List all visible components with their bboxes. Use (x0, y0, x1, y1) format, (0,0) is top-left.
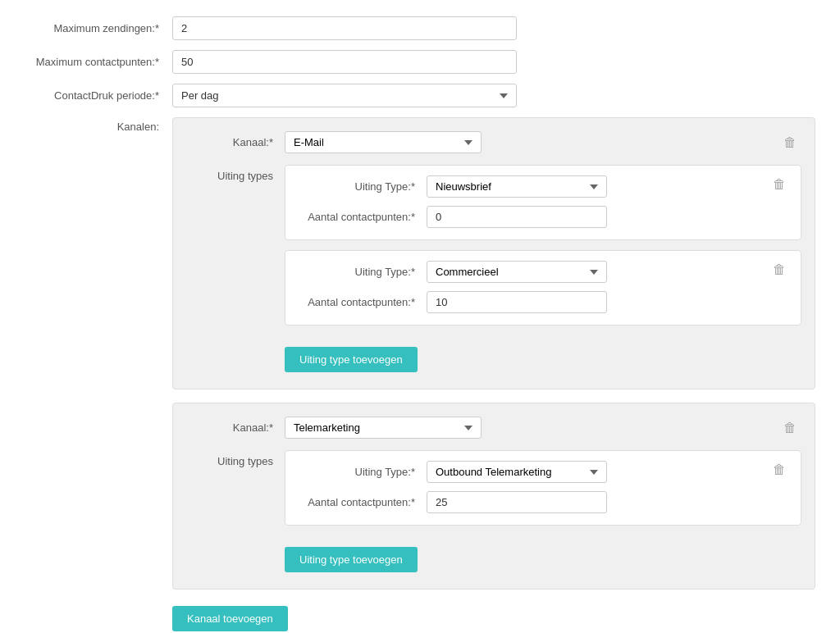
channel-1-kanaal-select[interactable]: E-Mail Telemarketing Direct Mail (285, 131, 482, 153)
max-zendingen-input[interactable] (172, 16, 517, 40)
uiting-2-1-type-row: Uiting Type:* Outbound Telemarketing Inb… (295, 461, 768, 483)
uiting-1-2-header: Uiting Type:* Nieuwsbrief Commercieel Tr… (295, 261, 791, 313)
channel-1-kanaal-row: Kanaal:* E-Mail Telemarketing Direct Mai… (186, 131, 801, 153)
uiting-1-1-aantal-row: Aantal contactpunten:* (295, 206, 768, 228)
uiting-2-1-aantal-input[interactable] (427, 491, 607, 513)
uiting-2-1-header: Uiting Type:* Outbound Telemarketing Inb… (295, 461, 791, 513)
kanalen-row: Kanalen: Kanaal:* E-Mail Telemarketing D… (25, 117, 815, 590)
channel-1-add-uiting-button[interactable]: Uiting type toevoegen (285, 347, 418, 372)
uiting-1-1-aantal-label: Aantal contactpunten:* (295, 211, 427, 223)
uiting-2-1-delete-button[interactable]: 🗑 (768, 461, 791, 479)
channel-1-uiting-label: Uiting types (186, 165, 285, 182)
trash-icon-channel-2: 🗑 (783, 421, 797, 435)
channel-2-uiting-row: Uiting types Uiting Type:* Outbound Tele… (186, 450, 801, 572)
uiting-2-1-content: Uiting Type:* Outbound Telemarketing Inb… (295, 461, 768, 513)
channel-2-add-uiting-button[interactable]: Uiting type toevoegen (285, 547, 418, 572)
uiting-1-2-type-label: Uiting Type:* (295, 266, 427, 278)
uiting-1-2-aantal-row: Aantal contactpunten:* (295, 291, 768, 313)
contactdruk-label: ContactDruk periode:* (25, 89, 172, 102)
contactdruk-row: ContactDruk periode:* Per dag Per week P… (25, 84, 815, 107)
channel-2-kanaal-row: Kanaal:* E-Mail Telemarketing Direct Mai… (186, 417, 801, 439)
uiting-1-1-type-select[interactable]: Nieuwsbrief Commercieel Transactioneel (427, 175, 607, 198)
add-kanaal-button[interactable]: Kanaal toevoegen (172, 606, 288, 631)
channel-panel-2: Kanaal:* E-Mail Telemarketing Direct Mai… (172, 403, 815, 590)
kanalen-label: Kanalen: (25, 117, 172, 133)
kanalen-panels: Kanaal:* E-Mail Telemarketing Direct Mai… (172, 117, 815, 590)
max-contactpunten-label: Maximum contactpunten:* (25, 56, 172, 68)
uiting-1-2-aantal-input[interactable] (427, 291, 607, 313)
trash-icon-channel-1: 🗑 (783, 135, 797, 149)
uiting-1-1-type-row: Uiting Type:* Nieuwsbrief Commercieel Tr… (295, 175, 768, 198)
trash-icon-uiting-2-1: 🗑 (773, 462, 786, 476)
uiting-panel-1-1: Uiting Type:* Nieuwsbrief Commercieel Tr… (285, 165, 801, 240)
max-contactpunten-input[interactable] (172, 50, 517, 74)
uiting-1-1-header: Uiting Type:* Nieuwsbrief Commercieel Tr… (295, 175, 791, 228)
channel-2-add-uiting-wrap: Uiting type toevoegen (285, 535, 801, 572)
uiting-2-1-aantal-label: Aantal contactpunten:* (295, 496, 427, 508)
channel-2-select-wrap: E-Mail Telemarketing Direct Mail (285, 417, 778, 439)
uiting-panel-1-2: Uiting Type:* Nieuwsbrief Commercieel Tr… (285, 250, 801, 326)
uiting-2-1-type-label: Uiting Type:* (295, 466, 427, 478)
channel-2-uiting-label: Uiting types (186, 450, 285, 467)
add-kanaal-wrap: Kanaal toevoegen (25, 599, 815, 631)
max-contactpunten-row: Maximum contactpunten:* (25, 50, 815, 74)
channel-1-uiting-row: Uiting types Uiting Type:* Nieuwsbrief C… (186, 165, 801, 372)
channel-2-uiting-panels: Uiting Type:* Outbound Telemarketing Inb… (285, 450, 801, 572)
uiting-panel-2-1: Uiting Type:* Outbound Telemarketing Inb… (285, 450, 801, 526)
uiting-2-1-type-select[interactable]: Outbound Telemarketing Inbound Telemarke… (427, 461, 607, 483)
trash-icon-uiting-1-2: 🗑 (773, 262, 786, 276)
uiting-1-1-aantal-input[interactable] (427, 206, 607, 228)
uiting-1-1-type-label: Uiting Type:* (295, 180, 427, 193)
uiting-1-2-delete-button[interactable]: 🗑 (768, 261, 791, 279)
channel-1-kanaal-label: Kanaal:* (186, 136, 285, 148)
uiting-1-2-type-row: Uiting Type:* Nieuwsbrief Commercieel Tr… (295, 261, 768, 283)
channel-2-delete-button[interactable]: 🗑 (778, 419, 801, 437)
max-zendingen-label: Maximum zendingen:* (25, 22, 172, 34)
channel-2-kanaal-label: Kanaal:* (186, 421, 285, 434)
channel-1-delete-button[interactable]: 🗑 (778, 134, 801, 152)
uiting-1-2-type-select[interactable]: Nieuwsbrief Commercieel Transactioneel (427, 261, 607, 283)
uiting-1-2-content: Uiting Type:* Nieuwsbrief Commercieel Tr… (295, 261, 768, 313)
channel-1-select-wrap: E-Mail Telemarketing Direct Mail (285, 131, 778, 153)
trash-icon-uiting-1-1: 🗑 (773, 177, 786, 191)
uiting-1-1-content: Uiting Type:* Nieuwsbrief Commercieel Tr… (295, 175, 768, 228)
channel-panel-1: Kanaal:* E-Mail Telemarketing Direct Mai… (172, 117, 815, 389)
max-zendingen-row: Maximum zendingen:* (25, 16, 815, 40)
uiting-1-1-delete-button[interactable]: 🗑 (768, 175, 791, 194)
channel-1-add-uiting-wrap: Uiting type toevoegen (285, 335, 801, 372)
contactdruk-select[interactable]: Per dag Per week Per maand (172, 84, 517, 107)
uiting-2-1-aantal-row: Aantal contactpunten:* (295, 491, 768, 513)
channel-2-kanaal-select[interactable]: E-Mail Telemarketing Direct Mail (285, 417, 482, 439)
uiting-1-2-aantal-label: Aantal contactpunten:* (295, 296, 427, 308)
channel-1-uiting-panels: Uiting Type:* Nieuwsbrief Commercieel Tr… (285, 165, 801, 372)
